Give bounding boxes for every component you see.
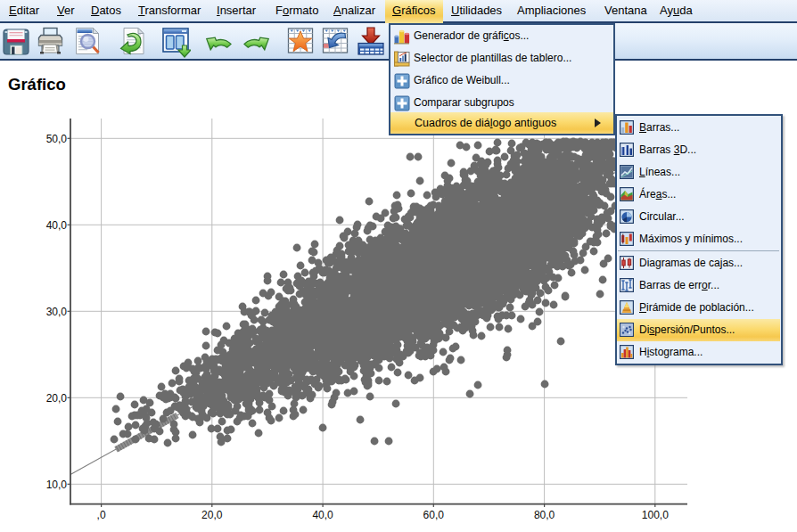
svg-text:,0: ,0 <box>97 509 106 521</box>
svg-text:50,0: 50,0 <box>46 133 68 145</box>
svg-text:60,0: 60,0 <box>423 509 445 521</box>
svg-text:20,0: 20,0 <box>201 509 223 521</box>
svg-text:100,0: 100,0 <box>642 509 669 521</box>
svg-text:40,0: 40,0 <box>312 509 333 521</box>
svg-text:30,0: 30,0 <box>46 306 68 318</box>
svg-text:Gráfico: Gráfico <box>8 75 66 94</box>
svg-text:10,0: 10,0 <box>46 479 68 491</box>
svg-text:20,0: 20,0 <box>46 392 68 405</box>
svg-text:80,0: 80,0 <box>534 509 555 521</box>
svg-text:40,0: 40,0 <box>46 219 68 232</box>
